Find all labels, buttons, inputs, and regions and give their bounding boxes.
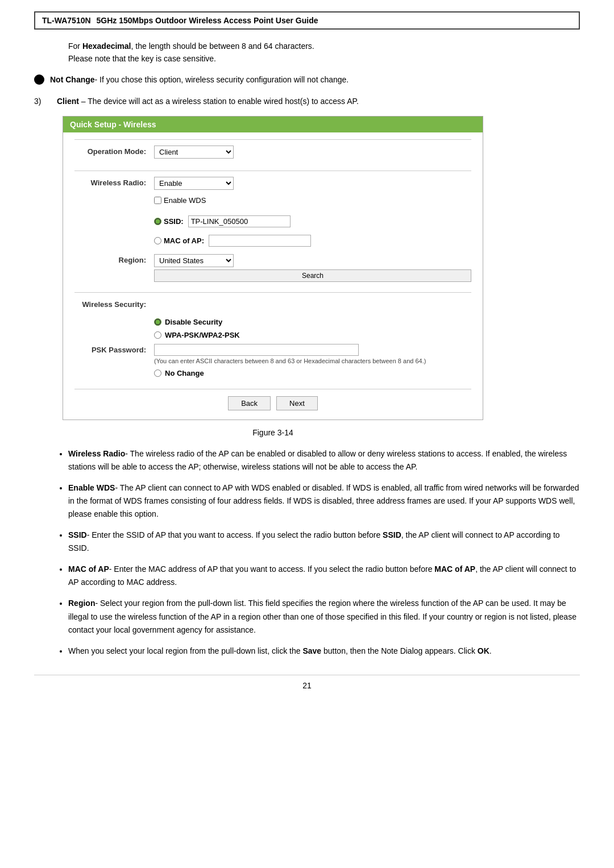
intro-line2: Please note that the key is case sensiti… <box>68 52 580 65</box>
content-bullets-list: Wireless Radio- The wireless radio of th… <box>45 447 580 658</box>
enable-wds-checkbox[interactable] <box>154 197 161 204</box>
bullet-save-text2: button, then the Note Dialog appears. Cl… <box>321 646 478 655</box>
ssid-input[interactable] <box>188 215 291 227</box>
quick-setup-header: Quick Setup - Wireless <box>63 117 483 132</box>
intro-line1: For Hexadecimal, the length should be be… <box>68 40 580 52</box>
security-option3-row: No Change <box>74 369 471 377</box>
ssid-row: SSID: <box>74 215 471 230</box>
bullet-save: When you select your local region from t… <box>68 645 580 658</box>
bullet-not-change-text: Not Change- If you chose this option, wi… <box>50 73 349 86</box>
search-button[interactable]: Search <box>154 269 471 282</box>
region-controls: United States Search <box>154 254 471 282</box>
enable-wds-controls: Enable WDS <box>154 196 206 205</box>
security-disable-radio[interactable] <box>154 318 161 326</box>
security-option2-controls: WPA-PSK/WPA2-PSK <box>154 331 240 339</box>
numbered-item-3: 3) Client – The device will act as a wir… <box>34 95 580 107</box>
bullet-save-text3: . <box>489 646 492 655</box>
item-3-num: 3) <box>34 95 57 107</box>
not-change-rest: - If you chose this option, wireless sec… <box>95 75 349 84</box>
item-3-text: Client – The device will act as a wirele… <box>57 95 359 107</box>
security-option2-row: WPA-PSK/WPA2-PSK <box>74 331 471 339</box>
security-option1-row: Disable Security <box>74 318 471 326</box>
bullet-region: Region- Select your region from the pull… <box>68 597 580 636</box>
region-row: Region: United States Search <box>74 254 471 282</box>
bullet-enable-wds-text: - The AP client can connect to AP with W… <box>68 483 579 518</box>
next-button[interactable]: Next <box>276 396 318 410</box>
security-wpa-radio[interactable] <box>154 331 161 339</box>
operation-mode-section: Operation Mode: Client <box>74 139 471 171</box>
intro-bold: Hexadecimal <box>82 41 131 51</box>
bullet-wireless-radio-text: - The wireless radio of the AP can be en… <box>68 449 567 471</box>
wireless-security-header-row: Wireless Security: <box>74 298 471 313</box>
security-wpa-label: WPA-PSK/WPA2-PSK <box>165 331 240 339</box>
page-number: 21 <box>34 675 580 690</box>
psk-password-label: PSK Password: <box>74 344 154 354</box>
enable-wds-spacer <box>74 196 154 198</box>
wireless-security-label: Wireless Security: <box>74 298 154 309</box>
bullet-enable-wds: Enable WDS- The AP client can connect to… <box>68 481 580 521</box>
back-button[interactable]: Back <box>228 396 271 410</box>
operation-mode-row: Operation Mode: Client <box>74 146 471 160</box>
intro-text: For Hexadecimal, the length should be be… <box>68 40 580 65</box>
mac-radio-label: MAC of AP: <box>164 236 204 245</box>
ssid-radio[interactable] <box>154 218 161 225</box>
bullet-ssid-text: - Enter the SSID of AP that you want to … <box>87 530 383 539</box>
mac-row: MAC of AP: <box>74 235 471 250</box>
header-model: TL-WA7510N <box>42 16 91 25</box>
bullet-list-top: Not Change- If you chose this option, wi… <box>34 73 580 86</box>
psk-password-row: PSK Password: (You can enter ASCII chara… <box>74 344 471 364</box>
operation-mode-select[interactable]: Client <box>154 146 234 159</box>
button-row: Back Next <box>74 389 471 410</box>
figure-caption: Figure 3-14 <box>63 428 483 437</box>
psk-password-input[interactable] <box>154 344 359 356</box>
bullet-enable-wds-bold: Enable WDS <box>68 483 115 492</box>
ssid-radio-label: SSID: <box>164 217 184 226</box>
panel-body: Operation Mode: Client Wireless Radio: E… <box>63 132 483 420</box>
bullet-save-text1: When you select your local region from t… <box>68 646 302 655</box>
psk-password-controls: (You can enter ASCII characters between … <box>154 344 426 364</box>
security-nochange-label: No Change <box>165 369 204 377</box>
mac-input[interactable] <box>209 235 311 247</box>
region-label: Region: <box>74 254 154 264</box>
mac-spacer <box>74 235 154 236</box>
header-title: 5GHz 150Mbps Outdoor Wireless Access Poi… <box>97 16 318 25</box>
item-3-rest: – The device will act as a wireless stat… <box>81 97 359 106</box>
security-option1-controls: Disable Security <box>154 318 222 326</box>
region-select[interactable]: United States <box>154 254 234 267</box>
wireless-security-section: Wireless Security: Disable Security WPA-… <box>74 292 471 385</box>
quick-setup-title: Quick Setup - Wireless <box>70 120 156 129</box>
bullet-wireless-radio-bold: Wireless Radio <box>68 449 125 458</box>
bullet-ssid-inner-bold: SSID <box>383 530 401 539</box>
bullet-ssid: SSID- Enter the SSID of AP that you want… <box>68 529 580 555</box>
mac-controls: MAC of AP: <box>154 235 311 247</box>
bullet-mac-bold: MAC of AP <box>68 564 109 574</box>
wireless-radio-controls: Enable <box>154 177 471 190</box>
wireless-radio-select[interactable]: Enable <box>154 177 234 190</box>
bullet-mac-of-ap: MAC of AP- Enter the MAC address of AP t… <box>68 563 580 589</box>
enable-wds-label: Enable WDS <box>164 196 206 205</box>
operation-mode-controls: Client <box>154 146 471 159</box>
item-3-bold: Client <box>57 97 79 106</box>
bullet-mac-text: - Enter the MAC address of AP that you w… <box>109 564 435 574</box>
not-change-bold: Not Change <box>50 75 95 84</box>
security-disable-label: Disable Security <box>165 318 222 326</box>
security-option3-controls: No Change <box>154 369 204 377</box>
bullet-wireless-radio: Wireless Radio- The wireless radio of th… <box>68 447 580 474</box>
bullet-mac-inner-bold: MAC of AP <box>434 564 475 574</box>
operation-mode-label: Operation Mode: <box>74 146 154 156</box>
quick-setup-panel: Quick Setup - Wireless Operation Mode: C… <box>63 116 483 420</box>
wireless-settings-section: Wireless Radio: Enable Enable WDS <box>74 171 471 292</box>
ssid-spacer <box>74 215 154 217</box>
security-nochange-radio[interactable] <box>154 369 161 377</box>
wireless-radio-row: Wireless Radio: Enable <box>74 177 471 192</box>
wireless-radio-label: Wireless Radio: <box>74 177 154 187</box>
ssid-controls: SSID: <box>154 215 291 227</box>
bullet-not-change: Not Change- If you chose this option, wi… <box>34 73 580 86</box>
bullet-ssid-bold: SSID <box>68 530 87 539</box>
psk-hint: (You can enter ASCII characters between … <box>154 358 426 364</box>
mac-radio[interactable] <box>154 237 161 244</box>
enable-wds-row: Enable WDS <box>74 196 471 211</box>
header-bar: TL-WA7510N 5GHz 150Mbps Outdoor Wireless… <box>34 11 580 30</box>
bullet-save-bold: Save <box>302 646 321 655</box>
bullet-region-text: - Select your region from the pull-down … <box>68 599 576 634</box>
